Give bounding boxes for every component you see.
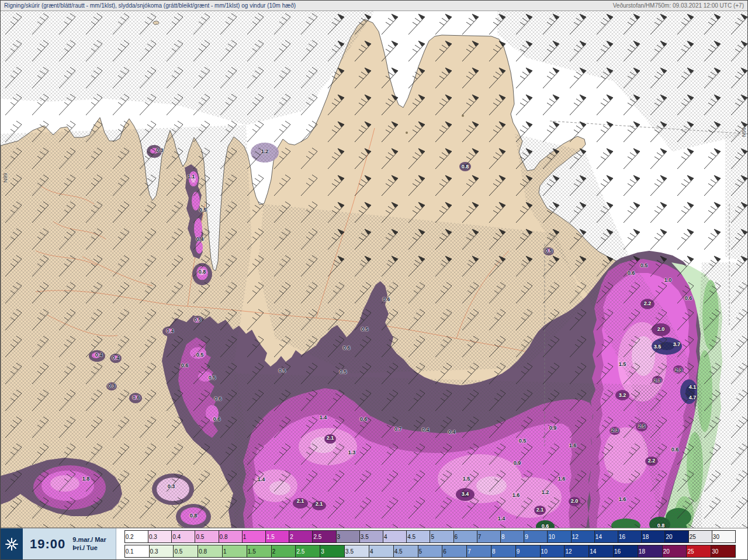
- valid-date-line2: Þri./ Tue: [72, 544, 106, 552]
- legend-cell-value: 0.3: [150, 548, 158, 555]
- legend-cell: 6: [454, 531, 477, 542]
- legend-cell-value: 6: [455, 534, 458, 540]
- legend-cell: 14: [595, 531, 618, 542]
- legend-cell-value: 0.5: [196, 534, 204, 540]
- legend-cell: 3.5: [360, 531, 383, 542]
- legend-cell-value: 16: [614, 548, 621, 555]
- legend-cell: 10: [541, 545, 565, 557]
- legend-cell-value: 1.5: [248, 548, 256, 555]
- legend-cell: 0.8: [198, 545, 223, 557]
- legend-cell: 16: [618, 531, 642, 542]
- legend-cell: 0.1: [125, 545, 150, 557]
- legend-cell-value: 6: [443, 548, 446, 555]
- legend-cell: 4.5: [407, 531, 430, 542]
- legend-cell-value: 8: [492, 548, 496, 555]
- legend-cell: 7: [467, 545, 491, 557]
- legend-cell-value: 30: [713, 534, 719, 540]
- met-office-logo: [1, 528, 23, 559]
- legend-cell-value: 3.5: [345, 548, 354, 555]
- legend-cell-value: 0.8: [220, 534, 228, 540]
- footer-bar: 19:00 9.mar./ Mar Þri./ Tue 0.20.30.40.5…: [1, 528, 747, 559]
- map-legend-title: Rigning/skúrir (grænt/blátt/rautt - mm/1…: [4, 2, 296, 9]
- legend-cell: 0.3: [150, 545, 174, 557]
- legend-cell: 1.5: [247, 545, 272, 557]
- legend-cell-value: 4: [370, 548, 373, 555]
- legend-cell-value: 25: [690, 534, 696, 540]
- wind-barbs: [1, 11, 748, 528]
- legend-cell: 9: [524, 531, 548, 542]
- legend-cell: 8: [501, 531, 524, 542]
- legend-cell: 2.5: [296, 545, 320, 557]
- legend-cell: 12: [565, 545, 589, 557]
- valid-date-line1: 9.mar./ Mar: [72, 536, 106, 544]
- legend-cell-value: 5: [431, 534, 434, 540]
- weather-map-app: Rigning/skúrir (grænt/blátt/rautt - mm/1…: [0, 0, 748, 560]
- legend-cell: 12: [572, 531, 595, 542]
- legend-cell-value: 4.5: [407, 534, 415, 540]
- legend-cell-value: 7: [478, 534, 482, 540]
- legend-cell-value: 18: [639, 548, 645, 555]
- legend-cell-value: 14: [590, 548, 596, 555]
- legend-cell-value: 2.5: [296, 548, 304, 555]
- legend-cell: 30: [712, 531, 735, 542]
- legend-cell: 3: [320, 545, 345, 557]
- legend-cell-value: 25: [687, 548, 694, 555]
- legend-cell-value: 3: [321, 548, 324, 555]
- legend-cell-value: 2: [290, 534, 293, 540]
- weather-map: 0.31.10.50.41.20.80.80.50.40.50.40.40.60…: [1, 11, 748, 528]
- legend-cell: 25: [689, 531, 712, 542]
- legend-cell: 10: [548, 531, 571, 542]
- legend-cell: 5: [430, 531, 453, 542]
- legend-cell: 16: [614, 545, 638, 557]
- legend-cell-value: 7: [468, 548, 471, 555]
- legend-cell-value: 9: [517, 548, 520, 555]
- legend-cell: 18: [642, 531, 665, 542]
- title-bar: Rigning/skúrir (grænt/blátt/rautt - mm/1…: [1, 1, 747, 11]
- legend-cell: 3.5: [345, 545, 369, 557]
- legend-cell-value: 16: [619, 534, 625, 540]
- legend-cell: 0.5: [174, 545, 198, 557]
- legend-cell: 1: [223, 545, 247, 557]
- legend-cell: 9: [516, 545, 541, 557]
- legend-cell: 4: [383, 531, 407, 542]
- legend-cell-value: 0.4: [172, 534, 181, 540]
- legend-cell-value: 12: [565, 548, 572, 555]
- legend-cell: 5: [418, 545, 443, 557]
- legend-cell-value: 0.5: [174, 548, 182, 555]
- legend-cell: 30: [711, 545, 735, 557]
- weather-map-svg: [1, 11, 748, 528]
- snowflake-icon: [4, 537, 19, 552]
- legend-cell-value: 14: [595, 534, 602, 540]
- legend-cell-value: 1: [243, 534, 247, 540]
- legend-cell: 20: [665, 531, 688, 542]
- legend-cell: 4.5: [394, 545, 418, 557]
- valid-date: 9.mar./ Mar Þri./ Tue: [72, 536, 115, 552]
- legend-cell: 20: [663, 545, 687, 557]
- legend-cell: 1.5: [266, 531, 289, 542]
- legend-cell-value: 0.2: [126, 534, 134, 540]
- legend-cell: 7: [477, 531, 501, 542]
- legend-cell: 4: [369, 545, 394, 557]
- legend-cell: 0.3: [148, 531, 172, 542]
- legend-cell-value: 2.5: [313, 534, 321, 540]
- legend-cell: 6: [442, 545, 467, 557]
- legend-cell: 2: [272, 545, 296, 557]
- legend-cell: 2.5: [313, 531, 336, 542]
- legend-cell-value: 4.5: [394, 548, 403, 555]
- legend-cell: 0.5: [195, 531, 219, 542]
- legend-cell-value: 2: [272, 548, 276, 555]
- legend-cell-value: 10: [548, 534, 555, 540]
- legend-cell: 0.4: [172, 531, 195, 542]
- legend-scales: 0.20.30.40.50.811.522.533.544.5567891012…: [116, 528, 747, 560]
- legend-cell-value: 5: [419, 548, 423, 555]
- legend-cell: 0.2: [125, 531, 148, 542]
- model-run-info: Veðurstofan/HM750m: 09.03.2021 12:00 UTC…: [613, 2, 744, 9]
- legend-cell-value: 0.1: [126, 548, 134, 555]
- legend-cell-value: 12: [572, 534, 579, 540]
- legend-cell: 2: [289, 531, 313, 542]
- legend-cell: 1: [243, 531, 266, 542]
- legend-cell: 14: [589, 545, 614, 557]
- precip-scale-rain: 0.10.30.50.811.522.533.544.5567891012141…: [124, 545, 736, 558]
- legend-cell: 3: [337, 531, 360, 542]
- legend-cell-value: 3.5: [361, 534, 369, 540]
